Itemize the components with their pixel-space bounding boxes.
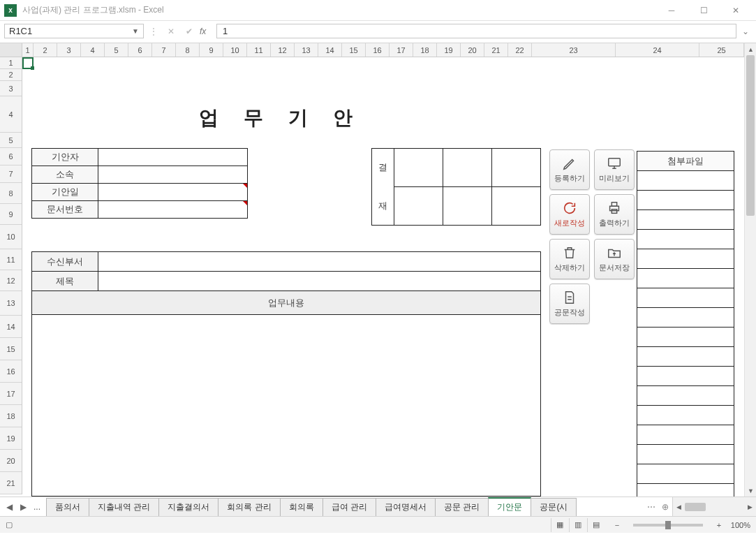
- col-header[interactable]: 17: [390, 43, 413, 57]
- mid-value-subject[interactable]: [98, 272, 541, 291]
- scroll-thumb[interactable]: [746, 55, 755, 216]
- new-button[interactable]: 새로작성: [549, 194, 590, 235]
- attach-cell[interactable]: [637, 386, 734, 406]
- col-header[interactable]: 8: [176, 43, 200, 57]
- formula-expand-icon[interactable]: ⌄: [739, 24, 752, 38]
- row-header[interactable]: 16: [0, 360, 22, 383]
- save-button[interactable]: 문서저장: [594, 239, 635, 279]
- col-header[interactable]: 16: [366, 43, 390, 57]
- tab-list-icon[interactable]: ⋯: [644, 497, 658, 516]
- approval-cell[interactable]: [492, 187, 541, 226]
- sheet-tab[interactable]: 회의록: [280, 498, 323, 516]
- sheet-tab[interactable]: 지출결의서: [158, 498, 218, 516]
- sheet-tab[interactable]: 회의록 관리: [218, 498, 280, 516]
- row-header[interactable]: 21: [0, 472, 22, 494]
- attach-cell[interactable]: [637, 347, 734, 367]
- zoom-knob[interactable]: [665, 521, 671, 529]
- info-value-docno[interactable]: [98, 201, 248, 219]
- attach-cell[interactable]: [637, 269, 734, 288]
- col-header[interactable]: 25: [699, 43, 744, 57]
- col-header[interactable]: 3: [57, 43, 81, 57]
- register-button[interactable]: 등록하기: [549, 149, 590, 190]
- attach-cell[interactable]: [637, 445, 734, 464]
- row-header[interactable]: 17: [0, 383, 22, 405]
- zoom-in-icon[interactable]: +: [714, 521, 724, 529]
- row-header[interactable]: 6: [0, 148, 22, 165]
- zoom-slider[interactable]: [633, 524, 703, 527]
- col-header[interactable]: 4: [81, 43, 105, 57]
- info-value-date[interactable]: [98, 184, 248, 201]
- row-header[interactable]: 9: [0, 204, 22, 225]
- col-header[interactable]: 9: [200, 43, 223, 57]
- col-header[interactable]: 12: [271, 43, 295, 57]
- row-header[interactable]: 1: [0, 57, 22, 69]
- approval-cell[interactable]: [443, 149, 492, 187]
- print-button[interactable]: 출력하기: [594, 194, 635, 235]
- horizontal-scrollbar[interactable]: ◀ ▶: [672, 497, 756, 516]
- sheet-tab-active[interactable]: 기안문: [488, 497, 531, 516]
- col-header[interactable]: 24: [616, 43, 699, 57]
- sheet-tab[interactable]: 급여 관리: [323, 498, 376, 516]
- row-header[interactable]: 20: [0, 450, 22, 472]
- row-header[interactable]: 18: [0, 405, 22, 427]
- sheet-tab[interactable]: 지출내역 관리: [89, 498, 159, 516]
- approval-cell[interactable]: [394, 149, 443, 187]
- col-header[interactable]: 7: [152, 43, 176, 57]
- attach-cell[interactable]: [637, 425, 734, 445]
- tab-more-icon[interactable]: ...: [31, 500, 43, 514]
- col-header[interactable]: 1: [22, 43, 34, 57]
- hscroll-track[interactable]: [685, 502, 744, 512]
- col-header[interactable]: 19: [437, 43, 461, 57]
- name-box-dropdown-icon[interactable]: ▼: [132, 27, 139, 35]
- page-layout-view-icon[interactable]: ▥: [569, 518, 587, 532]
- info-value-drafter[interactable]: [98, 149, 248, 166]
- attach-cell[interactable]: [637, 367, 734, 386]
- sheet-tab[interactable]: 품의서: [46, 498, 89, 516]
- row-header[interactable]: 13: [0, 291, 22, 316]
- row-header[interactable]: 12: [0, 270, 22, 291]
- tab-prev-icon[interactable]: ◀: [3, 500, 15, 514]
- row-header[interactable]: 5: [0, 133, 22, 148]
- mid-value-recipient[interactable]: [98, 252, 541, 272]
- attach-cell[interactable]: [637, 288, 734, 308]
- attach-cell[interactable]: [637, 464, 734, 484]
- scroll-down-icon[interactable]: ▼: [745, 485, 756, 496]
- attach-cell[interactable]: [637, 328, 734, 347]
- row-header[interactable]: 8: [0, 183, 22, 204]
- name-box[interactable]: R1C1 ▼: [4, 24, 144, 38]
- attach-cell[interactable]: [637, 210, 734, 230]
- formula-input[interactable]: 1: [216, 24, 736, 38]
- attach-cell[interactable]: [637, 171, 734, 191]
- minimize-button[interactable]: ─: [655, 1, 688, 20]
- row-header[interactable]: 14: [0, 316, 22, 338]
- maximize-button[interactable]: ☐: [688, 1, 720, 20]
- row-header[interactable]: 3: [0, 81, 22, 96]
- select-all-corner[interactable]: [0, 43, 22, 57]
- tab-next-icon[interactable]: ▶: [17, 500, 29, 514]
- attach-cell[interactable]: [637, 406, 734, 425]
- row-header[interactable]: 15: [0, 338, 22, 360]
- row-header[interactable]: 2: [0, 69, 22, 81]
- accept-formula-icon[interactable]: ✔: [181, 24, 197, 38]
- attach-cell[interactable]: [637, 249, 734, 269]
- content-body[interactable]: [32, 315, 541, 496]
- attach-cell[interactable]: [637, 191, 734, 210]
- col-header[interactable]: 6: [128, 43, 152, 57]
- draft-button[interactable]: 공문작성: [549, 284, 590, 324]
- col-header[interactable]: 10: [223, 43, 247, 57]
- sheet-canvas[interactable]: 업 무 기 안 기안자 소속 기안일 문서번호 결 재 수신부서 제목: [22, 57, 744, 496]
- hscroll-thumb[interactable]: [685, 503, 706, 511]
- col-header[interactable]: 5: [105, 43, 128, 57]
- macro-record-icon[interactable]: ▢: [6, 520, 13, 529]
- attach-cell[interactable]: [637, 230, 734, 249]
- vertical-scrollbar[interactable]: ▲ ▼: [744, 43, 756, 496]
- col-header[interactable]: 20: [461, 43, 484, 57]
- zoom-out-icon[interactable]: −: [612, 521, 622, 529]
- approval-cell[interactable]: [394, 187, 443, 226]
- info-value-dept[interactable]: [98, 166, 248, 184]
- col-header[interactable]: 11: [247, 43, 271, 57]
- fx-label[interactable]: fx: [200, 24, 214, 38]
- scroll-left-icon[interactable]: ◀: [673, 501, 685, 513]
- row-header[interactable]: 19: [0, 427, 22, 450]
- scroll-right-icon[interactable]: ▶: [744, 501, 756, 513]
